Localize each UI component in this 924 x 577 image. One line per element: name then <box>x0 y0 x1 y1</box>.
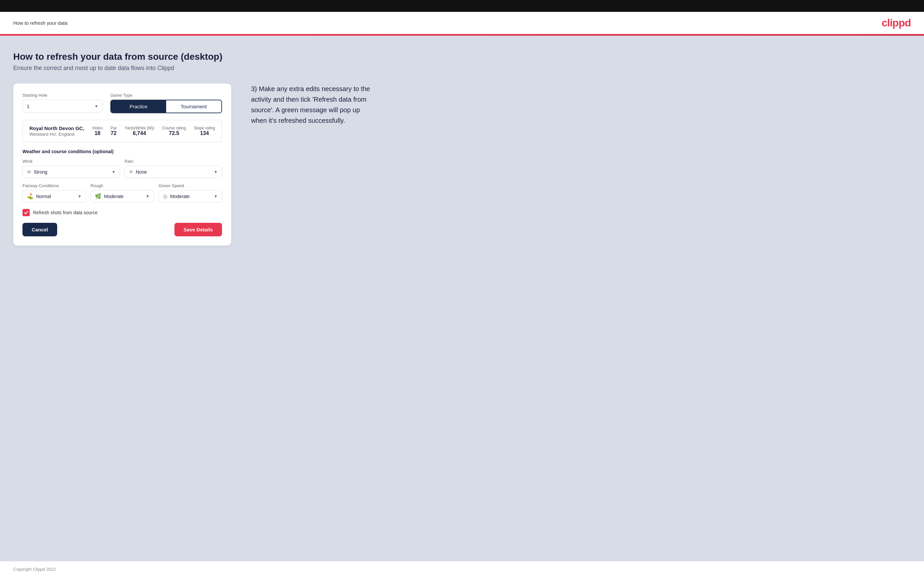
rain-group: Rain ✳ None ▼ <box>124 159 222 178</box>
top-bar <box>0 0 924 12</box>
save-details-button[interactable]: Save Details <box>174 223 222 236</box>
green-speed-select[interactable]: ◎ Moderate ▼ <box>158 190 222 202</box>
holes-label: Holes <box>92 126 103 131</box>
green-speed-icon: ◎ <box>163 193 168 199</box>
fairway-label: Fairway Conditions <box>23 183 86 188</box>
course-stats: Holes 18 Par 72 Yards/White (M)) 6,744 C… <box>91 126 215 136</box>
rough-select[interactable]: 🌿 Moderate ▼ <box>90 190 154 202</box>
par-stat: Par 72 <box>110 126 116 136</box>
refresh-checkbox[interactable] <box>23 209 30 216</box>
par-value: 72 <box>111 131 116 136</box>
green-speed-group: Green Speed ◎ Moderate ▼ <box>158 183 222 202</box>
game-type-toggle: Practice Tournament <box>110 100 222 113</box>
footer: Copyright Clippd 2022 <box>0 561 924 577</box>
side-note-text: 3) Make any extra edits necessary to the… <box>251 84 376 126</box>
practice-button[interactable]: Practice <box>111 100 166 113</box>
refresh-checkbox-row: Refresh shots from data source <box>23 209 222 216</box>
starting-hole-group: Starting Hole 1 10 ▼ <box>23 93 102 113</box>
green-speed-value: Moderate <box>170 194 211 199</box>
fairway-select[interactable]: ⛳ Normal ▼ <box>23 190 86 202</box>
green-speed-label: Green Speed <box>158 183 222 188</box>
rain-select[interactable]: ✳ None ▼ <box>124 166 222 178</box>
conditions-section-title: Weather and course conditions (optional) <box>23 149 222 154</box>
top-form-row: Starting Hole 1 10 ▼ Game Type Practice … <box>23 93 222 113</box>
course-name: Royal North Devon GC, <box>29 126 84 131</box>
card-actions: Cancel Save Details <box>23 223 222 236</box>
rough-group: Rough 🌿 Moderate ▼ <box>90 183 154 202</box>
starting-hole-select[interactable]: 1 10 <box>23 100 102 113</box>
course-name-col: Royal North Devon GC, Westward Ho!, Engl… <box>29 126 84 137</box>
slope-rating-value: 134 <box>200 131 209 136</box>
fairway-value: Normal <box>36 194 75 199</box>
wind-icon: ≋ <box>27 169 31 175</box>
refresh-checkbox-label: Refresh shots from data source <box>33 210 97 215</box>
course-rating-value: 72.5 <box>169 131 179 136</box>
game-type-group: Game Type Practice Tournament <box>110 93 222 113</box>
game-type-label: Game Type <box>110 93 222 98</box>
tournament-button[interactable]: Tournament <box>166 100 221 113</box>
fairway-icon: ⛳ <box>27 193 33 199</box>
yards-stat: Yards/White (M)) 6,744 <box>124 126 154 136</box>
course-location: Westward Ho!, England <box>29 132 84 137</box>
holes-value: 18 <box>94 131 100 136</box>
app-header: How to refresh your data clippd <box>0 12 924 35</box>
copyright-text: Copyright Clippd 2022 <box>13 567 56 572</box>
cancel-button[interactable]: Cancel <box>23 223 57 236</box>
content-row: Starting Hole 1 10 ▼ Game Type Practice … <box>13 84 911 246</box>
wind-label: Wind <box>23 159 120 164</box>
yards-value: 6,744 <box>133 131 146 136</box>
wind-group: Wind ≋ Strong ▼ <box>23 159 120 178</box>
fairway-arrow-icon: ▼ <box>78 194 82 199</box>
breadcrumb: How to refresh your data <box>13 20 68 26</box>
slope-rating-label: Slope rating <box>194 126 215 131</box>
page-subheading: Ensure the correct and most up to date d… <box>13 65 911 72</box>
rough-value: Moderate <box>104 194 143 199</box>
green-speed-arrow-icon: ▼ <box>214 194 218 199</box>
logo: clippd <box>882 17 911 29</box>
yards-label: Yards/White (M)) <box>124 126 154 131</box>
rain-label: Rain <box>124 159 222 164</box>
course-rating-stat: Course rating 72.5 <box>162 126 186 136</box>
wind-rain-row: Wind ≋ Strong ▼ Rain ✳ None ▼ <box>23 159 222 178</box>
fairway-rough-green-row: Fairway Conditions ⛳ Normal ▼ Rough 🌿 Mo… <box>23 183 222 202</box>
side-note: 3) Make any extra edits necessary to the… <box>251 84 376 126</box>
wind-value: Strong <box>34 169 109 175</box>
holes-stat: Holes 18 <box>92 126 103 136</box>
page-heading: How to refresh your data from source (de… <box>13 52 911 62</box>
rain-arrow-icon: ▼ <box>214 170 218 174</box>
rain-value: None <box>136 169 211 175</box>
par-label: Par <box>110 126 116 131</box>
starting-hole-select-wrapper: 1 10 ▼ <box>23 100 102 113</box>
starting-hole-label: Starting Hole <box>23 93 102 98</box>
wind-arrow-icon: ▼ <box>111 170 116 174</box>
rain-icon: ✳ <box>129 169 133 175</box>
rough-arrow-icon: ▼ <box>146 194 150 199</box>
rough-label: Rough <box>90 183 154 188</box>
slope-rating-stat: Slope rating 134 <box>194 126 215 136</box>
course-info-box: Royal North Devon GC, Westward Ho!, Engl… <box>23 120 222 142</box>
wind-select[interactable]: ≋ Strong ▼ <box>23 166 120 178</box>
fairway-group: Fairway Conditions ⛳ Normal ▼ <box>23 183 86 202</box>
main-content: How to refresh your data from source (de… <box>0 35 924 561</box>
course-rating-label: Course rating <box>162 126 186 131</box>
rough-icon: 🌿 <box>95 193 102 199</box>
form-card: Starting Hole 1 10 ▼ Game Type Practice … <box>13 84 231 246</box>
